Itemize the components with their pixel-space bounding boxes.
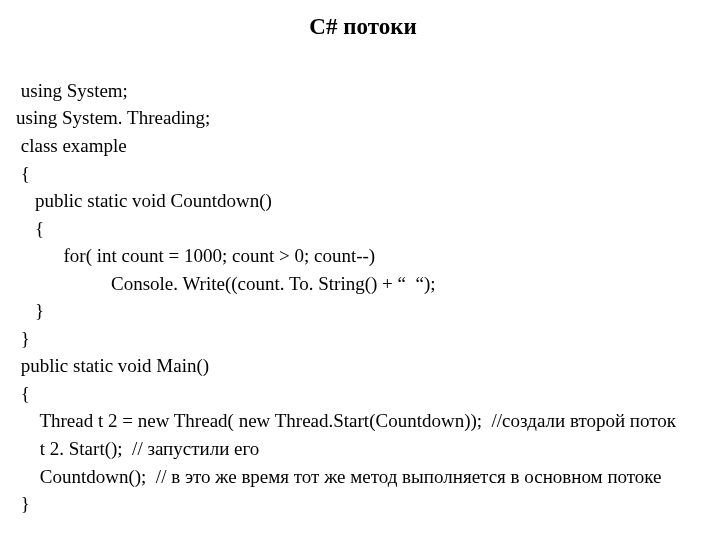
slide-title: C# потоки — [16, 10, 710, 43]
code-line: public static void Main() — [16, 355, 209, 376]
code-line: } — [16, 493, 30, 514]
code-line: { — [16, 383, 30, 404]
code-line: } — [16, 300, 44, 321]
code-line: using System. Threading; — [16, 107, 210, 128]
code-line: } — [16, 328, 30, 349]
code-line: t 2. Start(); // запустили его — [16, 438, 259, 459]
code-line: Console. Write((count. To. String() + “ … — [16, 273, 436, 294]
code-line: { — [16, 163, 30, 184]
code-line: Countdown(); // в это же время тот же ме… — [16, 466, 662, 487]
code-line: Thread t 2 = new Thread( new Thread.Star… — [16, 410, 676, 431]
code-line: for( int count = 1000; count > 0; count-… — [16, 245, 375, 266]
code-line: { — [16, 218, 44, 239]
code-block: using System; using System. Threading; c… — [16, 49, 710, 517]
code-line: using System; — [16, 80, 128, 101]
code-line: public static void Countdown() — [16, 190, 272, 211]
code-line: class example — [16, 135, 127, 156]
